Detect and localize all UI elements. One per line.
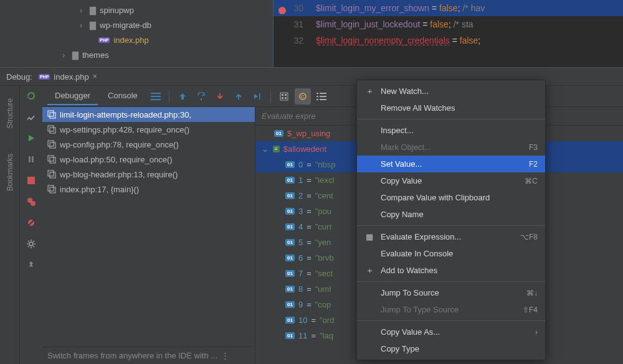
evaluate-icon[interactable] xyxy=(276,88,292,105)
var-value: "iexcl xyxy=(315,175,335,185)
code-line-30[interactable]: 30 $limit_login_my_error_shown = false; … xyxy=(273,0,623,16)
frame-text: wp-blog-header.php:13, require() xyxy=(60,170,178,179)
type-badge: 01 xyxy=(285,177,295,184)
rerun-button[interactable] xyxy=(25,90,37,102)
trace-icon[interactable]: C xyxy=(295,88,311,105)
tab-debugger[interactable]: Debugger xyxy=(47,87,98,105)
type-badge: 01 xyxy=(274,130,283,137)
tab-console[interactable]: Console xyxy=(100,87,145,105)
menu-remove-watches[interactable]: Remove All Watches xyxy=(357,100,545,116)
var-key: 2 xyxy=(298,191,303,200)
code-line-31[interactable]: 31 $limit_login_just_lockedout = false; … xyxy=(273,16,623,32)
svg-rect-16 xyxy=(282,97,283,99)
menu-copy-value-as[interactable]: Copy Value As...› xyxy=(357,324,545,340)
frame-row[interactable]: wp-blog-header.php:13, require() xyxy=(42,167,255,182)
frame-row[interactable]: wp-settings.php:428, require_once() xyxy=(42,122,255,137)
tree-item-themes[interactable]: › ▇ themes xyxy=(62,47,273,62)
stack-icon xyxy=(47,170,56,179)
svg-text:C: C xyxy=(301,94,305,100)
stack-icon xyxy=(47,110,56,119)
threads-icon[interactable] xyxy=(148,88,164,105)
step-into-button[interactable] xyxy=(212,88,228,105)
menu-new-watch[interactable]: ＋New Watch... xyxy=(357,83,545,100)
gear-icon[interactable] xyxy=(25,238,37,250)
structure-tab[interactable]: Structure xyxy=(6,98,14,129)
var-key: 9 xyxy=(298,300,303,309)
debug-tab-label: index.php xyxy=(54,72,88,82)
stack-icon xyxy=(47,125,56,134)
line-number: 32 xyxy=(293,35,303,45)
pin-icon[interactable] xyxy=(25,259,37,271)
var-value: "brvb xyxy=(315,253,334,263)
svg-rect-30 xyxy=(48,141,54,146)
menu-set-value[interactable]: Set Value...F2 xyxy=(357,156,545,172)
var-key: 0 xyxy=(298,160,303,169)
settings-button[interactable] xyxy=(25,111,37,123)
frames-panel[interactable]: limit-login-attempts-reloaded.php:30, wp… xyxy=(42,107,255,364)
frame-row[interactable]: wp-config.php:78, require_once() xyxy=(42,137,255,152)
view-breakpoints-button[interactable] xyxy=(25,195,37,208)
svg-rect-24 xyxy=(316,99,318,100)
type-badge: 01 xyxy=(285,317,295,324)
breakpoint-icon[interactable] xyxy=(278,7,286,14)
svg-rect-33 xyxy=(50,157,55,163)
menu-evaluate-console[interactable]: Evaluate In Console xyxy=(357,245,545,262)
frame-row[interactable]: index.php:17, {main}() xyxy=(42,182,255,197)
var-value: "nbsp xyxy=(315,160,336,169)
var-key: 1 xyxy=(298,175,303,185)
type-badge: 01 xyxy=(285,192,295,199)
menu-add-watches[interactable]: ＋Add to Watches xyxy=(357,262,545,279)
frame-row[interactable]: wp-load.php:50, require_once() xyxy=(42,152,255,167)
svg-rect-13 xyxy=(280,93,288,100)
mute-breakpoints-button[interactable] xyxy=(25,217,37,229)
menu-copy-value[interactable]: Copy Value⌘C xyxy=(357,172,545,189)
svg-rect-32 xyxy=(48,156,54,161)
type-badge: 01 xyxy=(285,270,295,277)
more-icon[interactable]: ⋮ xyxy=(221,351,229,360)
close-icon[interactable]: × xyxy=(93,72,97,81)
svg-rect-22 xyxy=(316,96,318,97)
menu-jump-source[interactable]: Jump To Source⌘↓ xyxy=(357,284,545,301)
type-badge: 01 xyxy=(285,223,295,230)
plus-icon: ＋ xyxy=(364,265,374,276)
menu-compare-clipboard[interactable]: Compare Value with Clipboard xyxy=(357,189,545,206)
var-value: "yen xyxy=(315,238,331,247)
stop-button[interactable] xyxy=(25,174,37,187)
svg-rect-27 xyxy=(50,113,55,118)
var-value: "curr xyxy=(315,222,332,231)
var-key: 6 xyxy=(298,253,303,263)
project-tree[interactable]: › ▇ spinupwp › ▇ wp-migrate-db PHP index… xyxy=(0,0,273,67)
bookmarks-tab[interactable]: Bookmarks xyxy=(6,154,14,191)
menu-inspect[interactable]: Inspect... xyxy=(357,122,545,139)
frame-row[interactable]: limit-login-attempts-reloaded.php:30, xyxy=(42,107,255,122)
svg-rect-14 xyxy=(282,94,283,96)
chevron-right-icon: › xyxy=(535,328,538,337)
chevron-right-icon: › xyxy=(62,50,69,60)
debug-label: Debug: xyxy=(6,72,32,82)
chevron-down-icon[interactable]: ⌄ xyxy=(262,144,269,154)
step-over-button[interactable] xyxy=(193,88,209,105)
tree-item-spinupwp[interactable]: › ▇ spinupwp xyxy=(62,2,273,17)
show-execution-point-button[interactable] xyxy=(174,88,191,105)
tree-item-index-php[interactable]: PHP index.php xyxy=(62,32,273,47)
frame-text: wp-settings.php:428, require_once() xyxy=(60,125,189,134)
php-file-icon: PHP xyxy=(39,74,50,80)
watch-list-icon[interactable] xyxy=(313,88,330,105)
step-out-button[interactable] xyxy=(231,88,247,105)
var-value: "sect xyxy=(315,269,333,278)
tree-item-wp-migrate[interactable]: › ▇ wp-migrate-db xyxy=(62,17,273,32)
debug-tab[interactable]: PHP index.php × xyxy=(39,72,97,82)
var-key: 3 xyxy=(298,207,303,216)
menu-copy-name[interactable]: Copy Name xyxy=(357,206,545,223)
resume-button[interactable] xyxy=(25,132,37,144)
editor[interactable]: 30 $limit_login_my_error_shown = false; … xyxy=(273,0,623,67)
menu-evaluate-expression[interactable]: ▦Evaluate Expression...⌥F8 xyxy=(357,228,545,245)
menu-copy-type[interactable]: Copy Type xyxy=(357,340,545,357)
pause-button[interactable] xyxy=(25,153,37,166)
run-to-cursor-button[interactable] xyxy=(249,88,265,105)
stack-icon xyxy=(47,140,56,149)
svg-rect-11 xyxy=(201,98,202,100)
frames-hint: Switch frames from anywhere in the IDE w… xyxy=(42,347,255,364)
code-line-32[interactable]: 32 $limit_login_nonempty_credentials = f… xyxy=(273,32,623,49)
context-menu[interactable]: ＋New Watch... Remove All Watches Inspect… xyxy=(356,80,546,360)
